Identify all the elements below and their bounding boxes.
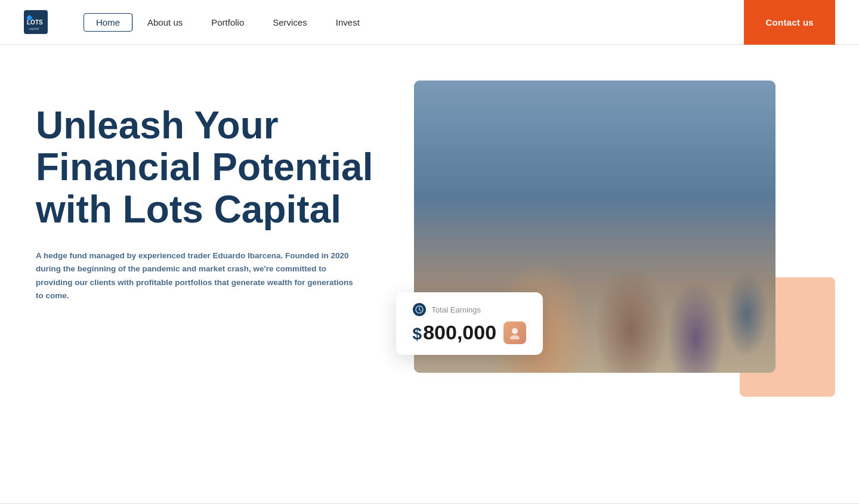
earnings-icon [413, 303, 426, 316]
hero-title: Unleash Your Financial Potential with Lo… [36, 104, 390, 230]
nav-item-about[interactable]: About us [133, 14, 197, 31]
svg-text:capital: capital [29, 27, 39, 30]
svg-rect-16 [624, 245, 672, 248]
hero-section: Unleash Your Financial Potential with Lo… [0, 45, 859, 444]
svg-rect-15 [624, 236, 672, 239]
svg-point-20 [544, 193, 593, 242]
svg-point-35 [512, 328, 518, 334]
hero-content: Unleash Your Financial Potential with Lo… [36, 81, 414, 302]
svg-point-19 [622, 167, 670, 208]
hero-description: A hedge fund managed by experienced trad… [36, 249, 358, 302]
contact-us-button[interactable]: Contact us [744, 0, 835, 45]
svg-rect-8 [640, 81, 645, 185]
svg-rect-6 [465, 81, 471, 197]
svg-rect-7 [543, 81, 546, 172]
earnings-amount: 800,000 [423, 321, 496, 344]
nav-item-invest[interactable]: Invest [322, 14, 374, 31]
earnings-header: Total Earnings [413, 303, 526, 316]
svg-point-36 [510, 335, 520, 339]
logo[interactable]: 🔷 LOTS capital [24, 10, 48, 34]
earnings-label: Total Earnings [432, 305, 481, 314]
svg-point-22 [556, 222, 582, 237]
svg-text:LOTS: LOTS [27, 19, 43, 26]
svg-rect-30 [579, 286, 609, 326]
nav-item-portfolio[interactable]: Portfolio [197, 14, 258, 31]
svg-point-10 [712, 205, 749, 242]
svg-rect-18 [624, 264, 672, 266]
svg-point-23 [587, 187, 628, 228]
hero-image-area: Total Earnings $ 800,000 [414, 81, 823, 391]
svg-rect-24 [585, 233, 632, 317]
earnings-value-row: $ 800,000 [413, 321, 526, 344]
navigation: 🔷 LOTS capital Home About us Portfolio S… [0, 0, 859, 45]
svg-rect-21 [540, 246, 601, 336]
svg-point-13 [624, 181, 669, 227]
svg-rect-11 [707, 249, 759, 327]
earnings-value: $ 800,000 [413, 321, 496, 344]
svg-rect-5 [414, 81, 775, 197]
nav-item-home[interactable]: Home [84, 13, 132, 32]
mini-avatar [503, 321, 526, 344]
nav-links: Home About us Portfolio Services Invest [84, 13, 744, 32]
svg-point-9 [704, 243, 756, 333]
earnings-dollar-sign: $ [413, 324, 422, 344]
earnings-card: Total Earnings $ 800,000 [396, 292, 543, 355]
nav-item-services[interactable]: Services [258, 14, 322, 31]
svg-rect-12 [714, 268, 746, 291]
svg-rect-14 [624, 230, 672, 326]
svg-rect-17 [624, 255, 672, 257]
